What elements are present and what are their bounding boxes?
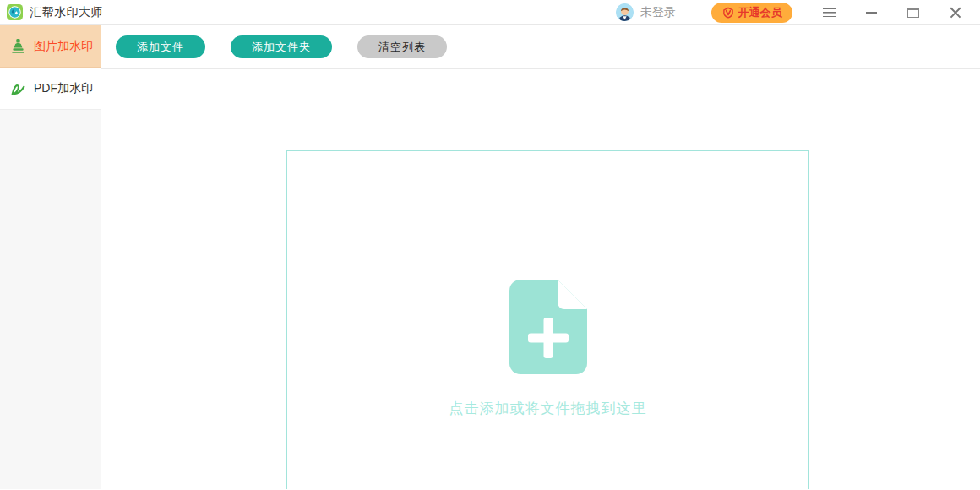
sidebar-item-image-watermark[interactable]: 图片加水印 <box>0 25 101 68</box>
open-vip-button[interactable]: 开通会员 <box>711 3 792 23</box>
clear-list-button[interactable]: 清空列表 <box>357 35 447 58</box>
add-file-button[interactable]: 添加文件 <box>116 35 205 58</box>
sidebar-item-label: PDF加水印 <box>34 81 93 96</box>
vip-badge-icon <box>722 7 734 19</box>
menu-button[interactable] <box>816 1 841 24</box>
maximize-icon <box>907 8 919 18</box>
window-controls <box>816 1 968 24</box>
sidebar-item-pdf-watermark[interactable]: PDF加水印 <box>0 68 101 110</box>
main-panel: 添加文件 添加文件夹 清空列表 点击添加或将文件拖拽到这里 <box>101 25 980 489</box>
user-avatar[interactable] <box>616 3 634 21</box>
minimize-icon <box>866 12 877 14</box>
sidebar: 图片加水印 PDF加水印 <box>0 25 101 489</box>
app-title: 汇帮水印大师 <box>30 5 103 20</box>
maximize-button[interactable] <box>901 1 926 24</box>
app-body: 图片加水印 PDF加水印 添加文件 添加文件夹 清空列表 <box>0 25 980 489</box>
file-plus-icon <box>509 280 587 374</box>
titlebar-right: 未登录 开通会员 <box>616 1 968 24</box>
content-area: 点击添加或将文件拖拽到这里 <box>101 69 980 489</box>
file-dropzone[interactable]: 点击添加或将文件拖拽到这里 <box>286 150 809 489</box>
close-button[interactable] <box>943 1 968 24</box>
stamp-icon <box>10 38 26 54</box>
toolbar: 添加文件 添加文件夹 清空列表 <box>101 25 980 69</box>
login-status[interactable]: 未登录 <box>640 5 676 20</box>
hamburger-menu-icon <box>823 8 836 17</box>
titlebar: 汇帮水印大师 未登录 <box>0 0 980 25</box>
close-icon <box>950 7 961 19</box>
pdf-icon <box>10 80 26 96</box>
minimize-button[interactable] <box>858 1 884 24</box>
sidebar-item-label: 图片加水印 <box>34 39 93 54</box>
add-folder-button[interactable]: 添加文件夹 <box>231 35 332 58</box>
vip-button-label: 开通会员 <box>738 5 782 20</box>
dropzone-hint: 点击添加或将文件拖拽到这里 <box>449 399 647 418</box>
app-logo-icon <box>7 4 23 20</box>
app-window: 汇帮水印大师 未登录 <box>0 0 980 490</box>
